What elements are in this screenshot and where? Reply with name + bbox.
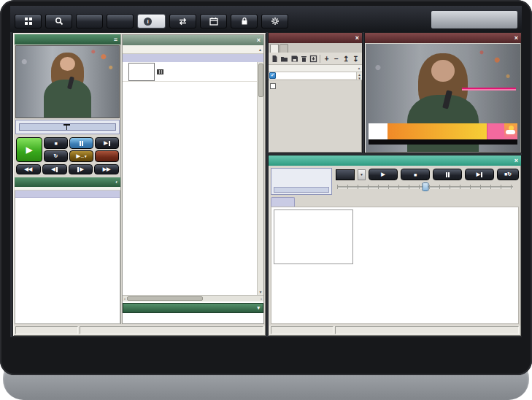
page-tab[interactable] bbox=[271, 197, 295, 207]
export-button[interactable] bbox=[309, 54, 317, 64]
scrollbar-thumb[interactable] bbox=[258, 64, 263, 97]
iplay-titlebar[interactable]: × bbox=[269, 155, 521, 166]
iplay-page-tabs bbox=[271, 197, 519, 207]
playlist-horizontal-scrollbar[interactable]: ‹ › bbox=[123, 295, 263, 301]
pause-button[interactable] bbox=[433, 169, 462, 180]
news-window: × bbox=[364, 32, 522, 153]
cg-option[interactable] bbox=[270, 82, 361, 90]
stop-loop-button[interactable]: ■↻ bbox=[497, 169, 519, 180]
transfer-button[interactable] bbox=[169, 14, 196, 28]
scroll-up-icon[interactable]: ▲ bbox=[257, 47, 263, 52]
scroll-down-icon[interactable]: ▼ bbox=[358, 77, 361, 80]
auto-button[interactable] bbox=[95, 150, 119, 162]
fast-forward-button[interactable]: ▶▶ bbox=[94, 164, 119, 174]
modified-status bbox=[271, 326, 334, 334]
workspace-1-button[interactable] bbox=[76, 14, 103, 28]
modules-button[interactable] bbox=[15, 14, 42, 28]
add-item-button[interactable]: + bbox=[323, 54, 331, 64]
cg-window: × + − ↥ ↧ ▲ ✔ bbox=[268, 32, 363, 153]
scroll-right-icon[interactable]: › bbox=[261, 296, 262, 301]
cg-options bbox=[269, 80, 362, 90]
pause-button[interactable] bbox=[69, 137, 93, 149]
playlist-group-row[interactable] bbox=[123, 54, 263, 62]
lock-button[interactable] bbox=[231, 14, 258, 28]
scheduler-button[interactable] bbox=[200, 14, 227, 28]
clip-thumbnail[interactable] bbox=[274, 209, 353, 264]
play-button[interactable]: ▶ bbox=[369, 169, 398, 180]
option-checkbox[interactable] bbox=[270, 83, 276, 89]
main-toolbar: i bbox=[10, 6, 522, 32]
iplay-progress-bar[interactable] bbox=[274, 187, 329, 193]
progress-marker[interactable] bbox=[63, 124, 70, 131]
segment-row[interactable] bbox=[15, 191, 120, 198]
segments-header[interactable]: ‹ bbox=[15, 177, 120, 187]
move-top-button[interactable]: ↥ bbox=[342, 54, 350, 64]
cg-item-row[interactable]: ✔ bbox=[269, 72, 356, 80]
panel-menu-icon[interactable]: ≡ bbox=[114, 36, 117, 43]
playlist-vertical-scrollbar[interactable]: ▼ bbox=[257, 62, 263, 295]
delete-button[interactable] bbox=[300, 54, 308, 64]
lower-third-banner bbox=[388, 123, 487, 139]
lower-third-overlay bbox=[369, 123, 517, 139]
scroll-down-icon[interactable]: ▼ bbox=[259, 290, 263, 295]
stop-button[interactable]: ■ bbox=[401, 169, 430, 180]
transfer-arrows-icon bbox=[178, 18, 188, 26]
playlist-item[interactable]: ▶ bbox=[123, 62, 263, 82]
close-icon[interactable]: × bbox=[514, 158, 518, 164]
remove-item-button[interactable]: − bbox=[332, 54, 340, 64]
speed-dropdown-icon[interactable]: ▼ bbox=[358, 169, 366, 180]
open-folder-button[interactable] bbox=[280, 54, 288, 64]
filmstrip-icon bbox=[157, 69, 163, 74]
collapse-left-icon[interactable]: ‹ bbox=[115, 179, 117, 185]
new-document-button[interactable] bbox=[271, 54, 279, 64]
cg-scrollbar[interactable]: ▲▼ bbox=[356, 72, 362, 80]
chevron-down-icon[interactable]: ▾ bbox=[257, 305, 260, 311]
next-button[interactable]: ▶ bbox=[95, 137, 119, 149]
tab-items[interactable] bbox=[270, 44, 279, 53]
workspace-2-button[interactable] bbox=[107, 14, 134, 28]
news-titlebar[interactable]: × bbox=[365, 33, 521, 43]
video-format-status bbox=[80, 326, 263, 334]
rewind-button[interactable]: ◀◀ bbox=[16, 164, 41, 174]
playlist-panel: × ▲ ▶ bbox=[122, 34, 264, 324]
scroll-left-icon[interactable]: ‹ bbox=[124, 296, 126, 301]
play-button[interactable]: ▶ bbox=[16, 137, 42, 162]
save-button[interactable] bbox=[290, 54, 298, 64]
play-options-button[interactable]: ▶...▾ bbox=[69, 150, 93, 162]
cg-tabs bbox=[269, 43, 362, 53]
cg-titlebar[interactable]: × bbox=[269, 33, 362, 43]
move-bottom-button[interactable]: ↧ bbox=[352, 54, 360, 64]
modified-status bbox=[15, 326, 78, 334]
speed-select[interactable] bbox=[336, 169, 355, 180]
clock-bug bbox=[487, 123, 504, 139]
slider-thumb[interactable] bbox=[422, 182, 428, 191]
scrollbar-thumb[interactable] bbox=[127, 296, 203, 301]
iplay-controls: ▼ ▶ ■ ▶ ■↻ bbox=[271, 168, 519, 195]
close-icon[interactable]: × bbox=[355, 35, 359, 42]
character-generator-bar[interactable]: ▾ bbox=[123, 303, 263, 313]
loop-button[interactable]: ↻ bbox=[44, 150, 68, 162]
playout-progress-bar[interactable] bbox=[19, 123, 116, 131]
scroll-up-icon[interactable]: ▲ bbox=[356, 66, 362, 70]
playlist-titlebar[interactable]: × bbox=[123, 35, 263, 45]
search-button[interactable] bbox=[45, 14, 72, 28]
step-back-button[interactable]: ◀ bbox=[42, 164, 67, 174]
jog-controls: ◀◀ ◀ ▶ ▶▶ bbox=[15, 163, 120, 176]
close-icon[interactable]: × bbox=[514, 35, 518, 42]
iplay-clip-grid bbox=[271, 207, 519, 324]
step-forward-button[interactable]: ▶ bbox=[69, 164, 93, 174]
next-button[interactable]: ▶ bbox=[465, 169, 494, 180]
playout-titlebar[interactable]: ≡ bbox=[15, 34, 120, 45]
tab-propiedades[interactable] bbox=[280, 44, 288, 53]
breaking-news-body bbox=[462, 89, 516, 91]
item-checkbox[interactable]: ✔ bbox=[269, 72, 276, 79]
playout-window: ≡ bbox=[12, 32, 266, 336]
settings-button[interactable] bbox=[261, 14, 288, 28]
iplay-window: × ▼ ▶ ■ bbox=[268, 155, 522, 336]
close-icon[interactable]: × bbox=[257, 37, 261, 44]
stop-button[interactable]: ■ bbox=[44, 137, 68, 149]
shuttle-slider[interactable] bbox=[337, 182, 513, 195]
toolbar-separator bbox=[320, 55, 320, 63]
info-icon: i bbox=[144, 18, 152, 26]
iplay-timecode-box bbox=[271, 168, 332, 195]
